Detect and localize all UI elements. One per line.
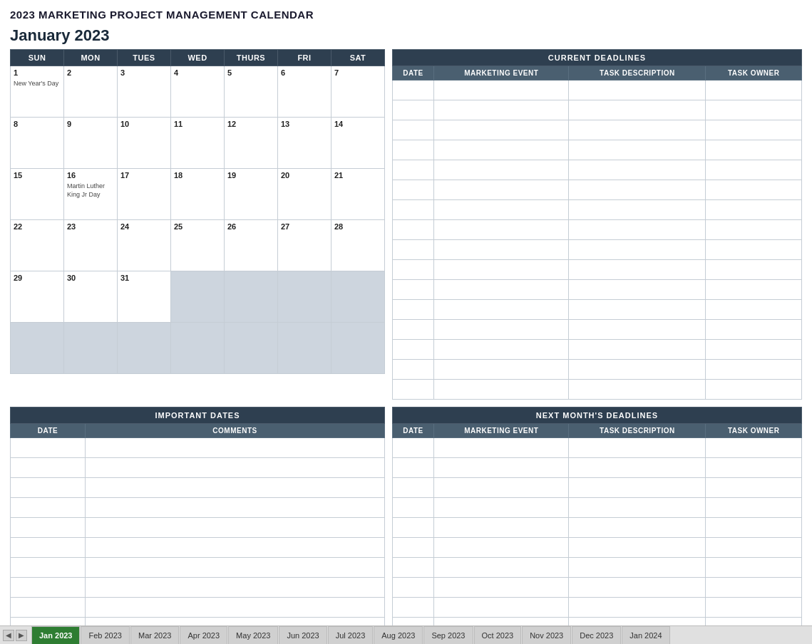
table-cell[interactable] <box>706 360 802 380</box>
tab-item[interactable]: Aug 2023 <box>374 626 423 645</box>
table-cell[interactable] <box>706 578 802 598</box>
table-cell[interactable] <box>569 458 706 478</box>
calendar-day-cell[interactable]: 30 <box>64 271 118 323</box>
table-cell[interactable] <box>11 478 86 498</box>
table-cell[interactable] <box>393 380 434 400</box>
table-cell[interactable] <box>393 458 434 478</box>
calendar-day-cell[interactable]: 9 <box>64 118 118 169</box>
calendar-day-cell[interactable]: 26 <box>225 220 278 271</box>
table-cell[interactable] <box>434 240 569 260</box>
calendar-day-cell[interactable] <box>225 271 278 323</box>
table-cell[interactable] <box>434 438 569 458</box>
table-cell[interactable] <box>569 558 706 578</box>
calendar-day-cell[interactable]: 10 <box>118 118 171 169</box>
table-cell[interactable] <box>569 120 706 140</box>
table-cell[interactable] <box>393 180 434 200</box>
table-cell[interactable] <box>569 300 706 320</box>
calendar-day-cell[interactable]: 19 <box>225 169 278 220</box>
table-cell[interactable] <box>434 558 569 578</box>
table-cell[interactable] <box>569 240 706 260</box>
table-cell[interactable] <box>434 380 569 400</box>
table-cell[interactable] <box>393 578 434 598</box>
table-cell[interactable] <box>11 458 86 478</box>
calendar-day-cell[interactable] <box>332 323 385 374</box>
tab-item[interactable]: Jan 2024 <box>622 626 669 645</box>
table-cell[interactable] <box>569 340 706 360</box>
tab-item[interactable]: May 2023 <box>228 626 278 645</box>
table-cell[interactable] <box>11 498 86 518</box>
calendar-day-cell[interactable]: 25 <box>171 220 225 271</box>
tab-prev-button[interactable]: ◀ <box>3 630 14 641</box>
table-cell[interactable] <box>86 478 385 498</box>
table-cell[interactable] <box>393 240 434 260</box>
table-cell[interactable] <box>569 498 706 518</box>
table-cell[interactable] <box>569 518 706 538</box>
calendar-day-cell[interactable]: 27 <box>278 220 332 271</box>
calendar-day-cell[interactable]: 11 <box>171 118 225 169</box>
table-cell[interactable] <box>706 320 802 340</box>
table-cell[interactable] <box>86 578 385 598</box>
calendar-day-cell[interactable] <box>332 271 385 323</box>
table-cell[interactable] <box>706 280 802 300</box>
calendar-day-cell[interactable]: 23 <box>64 220 118 271</box>
table-cell[interactable] <box>434 140 569 160</box>
table-cell[interactable] <box>393 538 434 558</box>
table-cell[interactable] <box>569 478 706 498</box>
calendar-day-cell[interactable]: 21 <box>332 169 385 220</box>
table-cell[interactable] <box>434 180 569 200</box>
table-cell[interactable] <box>393 558 434 578</box>
table-cell[interactable] <box>393 478 434 498</box>
tab-next-button[interactable]: ▶ <box>16 630 27 641</box>
tab-item[interactable]: Mar 2023 <box>130 626 179 645</box>
table-cell[interactable] <box>434 360 569 380</box>
calendar-day-cell[interactable]: 13 <box>278 118 332 169</box>
table-cell[interactable] <box>393 320 434 340</box>
table-cell[interactable] <box>569 280 706 300</box>
table-cell[interactable] <box>569 160 706 180</box>
table-cell[interactable] <box>434 518 569 538</box>
table-cell[interactable] <box>706 200 802 220</box>
calendar-day-cell[interactable] <box>278 323 332 374</box>
table-cell[interactable] <box>569 538 706 558</box>
table-cell[interactable] <box>393 140 434 160</box>
table-cell[interactable] <box>706 380 802 400</box>
table-cell[interactable] <box>393 280 434 300</box>
tab-item[interactable]: Oct 2023 <box>474 626 522 645</box>
table-cell[interactable] <box>569 598 706 618</box>
table-cell[interactable] <box>434 498 569 518</box>
table-cell[interactable] <box>706 260 802 280</box>
table-cell[interactable] <box>569 80 706 100</box>
table-cell[interactable] <box>11 598 86 618</box>
calendar-day-cell[interactable]: 16Martin Luther King Jr Day <box>64 169 118 220</box>
calendar-day-cell[interactable]: 14 <box>332 118 385 169</box>
table-cell[interactable] <box>706 458 802 478</box>
table-cell[interactable] <box>569 260 706 280</box>
table-cell[interactable] <box>434 458 569 478</box>
table-cell[interactable] <box>11 558 86 578</box>
table-cell[interactable] <box>434 478 569 498</box>
table-cell[interactable] <box>393 120 434 140</box>
table-cell[interactable] <box>11 518 86 538</box>
table-cell[interactable] <box>434 320 569 340</box>
table-cell[interactable] <box>393 80 434 100</box>
calendar-day-cell[interactable]: 12 <box>225 118 278 169</box>
tab-item[interactable]: Apr 2023 <box>180 626 227 645</box>
calendar-day-cell[interactable]: 2 <box>64 66 118 118</box>
table-cell[interactable] <box>393 360 434 380</box>
calendar-day-cell[interactable] <box>171 271 225 323</box>
table-cell[interactable] <box>569 200 706 220</box>
table-cell[interactable] <box>86 438 385 458</box>
table-cell[interactable] <box>706 240 802 260</box>
calendar-day-cell[interactable]: 28 <box>332 220 385 271</box>
calendar-day-cell[interactable]: 6 <box>278 66 332 118</box>
calendar-day-cell[interactable]: 31 <box>118 271 171 323</box>
table-cell[interactable] <box>86 538 385 558</box>
calendar-day-cell[interactable]: 7 <box>332 66 385 118</box>
table-cell[interactable] <box>706 160 802 180</box>
calendar-day-cell[interactable] <box>118 323 171 374</box>
table-cell[interactable] <box>434 120 569 140</box>
table-cell[interactable] <box>86 458 385 478</box>
table-cell[interactable] <box>434 220 569 240</box>
table-cell[interactable] <box>706 340 802 360</box>
table-cell[interactable] <box>393 260 434 280</box>
